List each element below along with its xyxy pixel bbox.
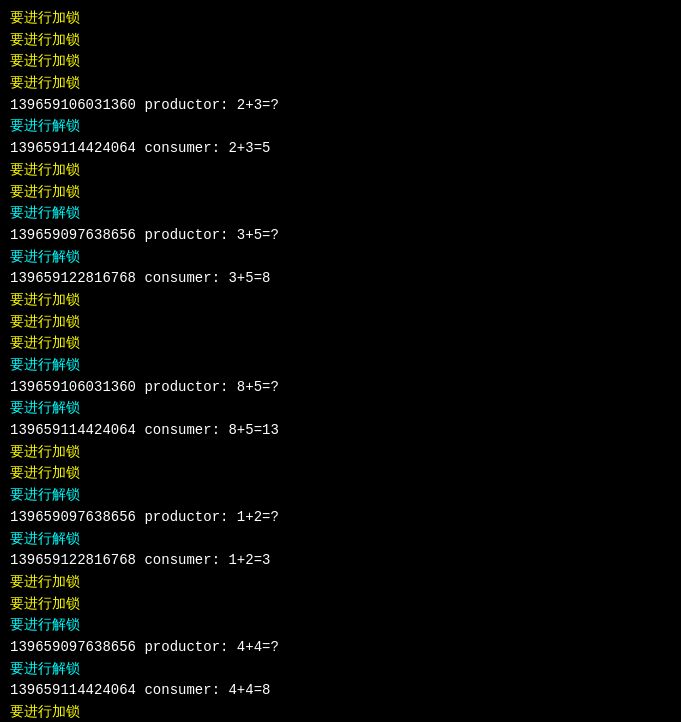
terminal-line: 要进行加锁 xyxy=(10,442,671,464)
terminal-line: 要进行解锁 xyxy=(10,659,671,681)
terminal-line: 139659122816768 consumer: 3+5=8 xyxy=(10,268,671,290)
terminal-line: 要进行加锁 xyxy=(10,51,671,73)
terminal-line: 要进行加锁 xyxy=(10,463,671,485)
terminal-line: 要进行解锁 xyxy=(10,203,671,225)
terminal-line: 要进行加锁 xyxy=(10,160,671,182)
terminal-line: 要进行加锁 xyxy=(10,312,671,334)
terminal-line: 要进行加锁 xyxy=(10,30,671,52)
terminal-line: 139659097638656 productor: 1+2=? xyxy=(10,507,671,529)
terminal-line: 139659122816768 consumer: 1+2=3 xyxy=(10,550,671,572)
terminal-line: 要进行解锁 xyxy=(10,247,671,269)
terminal-line: 要进行解锁 xyxy=(10,398,671,420)
terminal-line: 要进行加锁 xyxy=(10,182,671,204)
terminal-line: 要进行解锁 xyxy=(10,529,671,551)
terminal-line: 要进行加锁 xyxy=(10,572,671,594)
terminal-line: 139659114424064 consumer: 8+5=13 xyxy=(10,420,671,442)
terminal-line: 139659097638656 productor: 3+5=? xyxy=(10,225,671,247)
terminal-line: 要进行加锁 xyxy=(10,333,671,355)
terminal-line: 139659097638656 productor: 4+4=? xyxy=(10,637,671,659)
terminal-line: 要进行加锁 xyxy=(10,702,671,722)
terminal-output: 要进行加锁要进行加锁要进行加锁要进行加锁139659106031360 prod… xyxy=(10,8,671,722)
terminal-line: 139659106031360 productor: 8+5=? xyxy=(10,377,671,399)
terminal-line: 要进行加锁 xyxy=(10,290,671,312)
terminal-line: 要进行加锁 xyxy=(10,594,671,616)
terminal-line: 要进行解锁 xyxy=(10,116,671,138)
terminal-line: 要进行解锁 xyxy=(10,355,671,377)
terminal-line: 要进行加锁 xyxy=(10,8,671,30)
terminal-line: 139659114424064 consumer: 2+3=5 xyxy=(10,138,671,160)
terminal-line: 139659114424064 consumer: 4+4=8 xyxy=(10,680,671,702)
terminal-line: 要进行解锁 xyxy=(10,485,671,507)
terminal-line: 要进行解锁 xyxy=(10,615,671,637)
terminal-line: 139659106031360 productor: 2+3=? xyxy=(10,95,671,117)
terminal-line: 要进行加锁 xyxy=(10,73,671,95)
